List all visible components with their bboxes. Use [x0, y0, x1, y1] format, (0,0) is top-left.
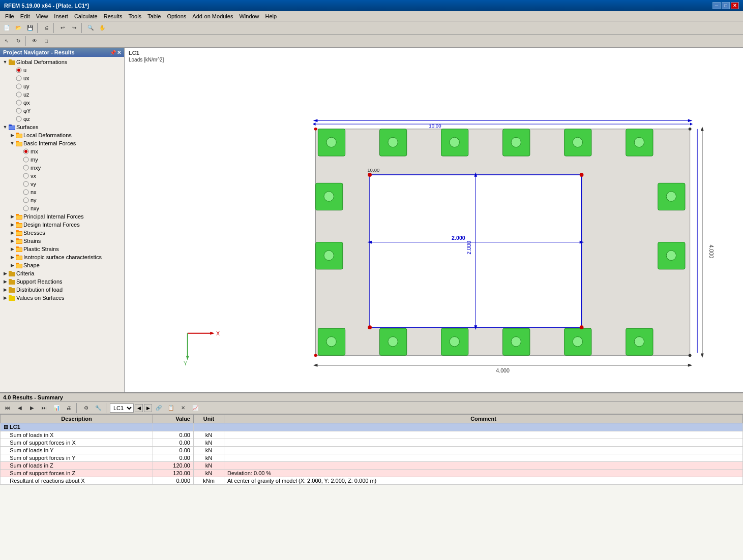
tree-item-mx[interactable]: mx — [0, 147, 124, 155]
maximize-button[interactable]: □ — [722, 2, 730, 9]
tree-item-ux[interactable]: ux — [0, 74, 124, 82]
tree-item-dist-load[interactable]: ▶Distribution of load — [0, 286, 124, 294]
expand-mx[interactable] — [16, 148, 22, 154]
print-btn[interactable]: 🖨 — [41, 22, 52, 34]
res-icon1[interactable]: 🔗 — [153, 402, 164, 414]
tree-item-u[interactable]: u — [0, 66, 124, 74]
tree-item-support-react[interactable]: ▶Support Reactions — [0, 277, 124, 286]
open-btn[interactable]: 📂 — [13, 22, 24, 34]
tree-item-shape[interactable]: ▶Shape — [0, 261, 124, 269]
res-icon2[interactable]: 📋 — [165, 402, 176, 414]
tree-item-ox[interactable]: φx — [0, 99, 124, 107]
redo-btn[interactable]: ↪ — [69, 22, 80, 34]
tree-item-iso-char[interactable]: ▶Isotropic surface characteristics — [0, 253, 124, 261]
expand-shape[interactable]: ▶ — [9, 262, 15, 268]
expand-strains[interactable]: ▶ — [9, 238, 15, 244]
menu-item-edit[interactable]: Edit — [17, 12, 33, 20]
res-settings-btn[interactable]: 🔧 — [93, 402, 104, 414]
tree-item-basic-int[interactable]: ▼Basic Internal Forces — [0, 139, 124, 147]
res-first-btn[interactable]: ⏮ — [2, 402, 13, 414]
nav-back[interactable]: ◀ — [135, 404, 143, 412]
expand-uy[interactable] — [9, 83, 15, 89]
expand-dist-load[interactable]: ▶ — [2, 287, 8, 293]
expand-uz[interactable] — [9, 91, 15, 98]
tree-item-principal-int[interactable]: ▶Principal Internal Forces — [0, 212, 124, 221]
menu-item-tools[interactable]: Tools — [125, 12, 144, 20]
viewport[interactable]: LC1 Loads [kN/m^2] — [125, 48, 743, 392]
expand-stresses[interactable]: ▶ — [9, 230, 15, 236]
expand-basic-int[interactable]: ▼ — [9, 140, 15, 146]
save-btn[interactable]: 💾 — [24, 22, 36, 34]
expand-my[interactable] — [16, 157, 22, 163]
menu-item-calculate[interactable]: Calculate — [71, 12, 101, 20]
expand-nxy[interactable] — [16, 205, 22, 211]
nav-pin[interactable]: 📌 — [110, 50, 116, 55]
expand-ux[interactable] — [9, 75, 15, 81]
zoom-btn[interactable]: 🔍 — [85, 22, 96, 34]
res-print-btn[interactable]: 🖨 — [63, 402, 74, 414]
tree-item-stresses[interactable]: ▶Stresses — [0, 229, 124, 237]
expand-surfaces[interactable]: ▼ — [2, 124, 8, 130]
tree-item-uz[interactable]: uz — [0, 90, 124, 99]
expand-vx[interactable] — [16, 173, 22, 179]
tree-item-values-surf[interactable]: ▶Values on Surfaces — [0, 294, 124, 302]
res-last-btn[interactable]: ⏭ — [39, 402, 50, 414]
expand-support-react[interactable]: ▶ — [2, 278, 8, 285]
expand-vy[interactable] — [16, 181, 22, 187]
tree-item-vy[interactable]: vy — [0, 180, 124, 188]
menu-item-options[interactable]: Options — [164, 12, 189, 20]
nav-close[interactable]: ✕ — [117, 50, 121, 55]
tree-item-strains[interactable]: ▶Strains — [0, 237, 124, 245]
tree-item-my[interactable]: my — [0, 155, 124, 164]
tree-item-surfaces[interactable]: ▼Surfaces — [0, 123, 124, 131]
tree-item-plastic-strains[interactable]: ▶Plastic Strains — [0, 245, 124, 253]
tree-item-vx[interactable]: vx — [0, 172, 124, 180]
close-button[interactable]: ✕ — [731, 2, 739, 9]
expand-u[interactable] — [9, 67, 15, 73]
menu-item-window[interactable]: Window — [236, 12, 262, 20]
res-export-btn[interactable]: 📊 — [51, 402, 62, 414]
expand-mxy[interactable] — [16, 165, 22, 171]
menu-item-view[interactable]: View — [33, 12, 51, 20]
res-filter-btn[interactable]: ⚙ — [80, 402, 92, 414]
expand-principal-int[interactable]: ▶ — [9, 213, 15, 220]
tree-item-uy[interactable]: uy — [0, 82, 124, 90]
tree-item-criteria[interactable]: ▶Criteria — [0, 269, 124, 277]
res-prev-btn[interactable]: ◀ — [14, 402, 25, 414]
minimize-button[interactable]: ─ — [712, 2, 721, 9]
expand-global-def[interactable]: ▼ — [2, 59, 8, 65]
expand-oz[interactable] — [9, 116, 15, 122]
tree-item-local-def[interactable]: ▶Local Deformations — [0, 131, 124, 139]
res-next-btn[interactable]: ▶ — [26, 402, 38, 414]
expand-plastic-strains[interactable]: ▶ — [9, 246, 15, 252]
expand-local-def[interactable]: ▶ — [9, 132, 15, 138]
rotate-btn[interactable]: ↻ — [13, 36, 24, 47]
undo-btn[interactable]: ↩ — [57, 22, 68, 34]
res-icon3[interactable]: ✕ — [177, 402, 189, 414]
tree-item-nx[interactable]: nx — [0, 188, 124, 196]
res-icon4[interactable]: 📈 — [190, 402, 201, 414]
menu-item-table[interactable]: Table — [144, 12, 164, 20]
expand-iso-char[interactable]: ▶ — [9, 254, 15, 260]
lc-dropdown[interactable]: LC1 — [110, 403, 134, 413]
new-btn[interactable]: 📄 — [1, 22, 12, 34]
expand-oy[interactable] — [9, 108, 15, 114]
pan-btn[interactable]: ✋ — [97, 22, 108, 34]
expand-design-int[interactable]: ▶ — [9, 222, 15, 228]
menu-item-addonmodules[interactable]: Add-on Modules — [189, 12, 236, 20]
menu-item-file[interactable]: File — [2, 12, 17, 20]
tree-item-nxy[interactable]: nxy — [0, 204, 124, 212]
expand-nx[interactable] — [16, 189, 22, 195]
tree-item-ny[interactable]: ny — [0, 196, 124, 204]
expand-ny[interactable] — [16, 197, 22, 203]
tree-item-global-def[interactable]: ▼Global Deformations — [0, 58, 124, 66]
nav-fwd[interactable]: ▶ — [144, 404, 152, 412]
menu-item-insert[interactable]: Insert — [51, 12, 71, 20]
shade-btn[interactable]: □ — [41, 36, 52, 47]
tree-item-oz[interactable]: φz — [0, 115, 124, 123]
tree-item-oy[interactable]: φY — [0, 107, 124, 115]
expand-values-surf[interactable]: ▶ — [2, 295, 8, 301]
expand-ox[interactable] — [9, 100, 15, 106]
tree-item-mxy[interactable]: mxy — [0, 164, 124, 172]
select-btn[interactable]: ↖ — [1, 36, 12, 47]
